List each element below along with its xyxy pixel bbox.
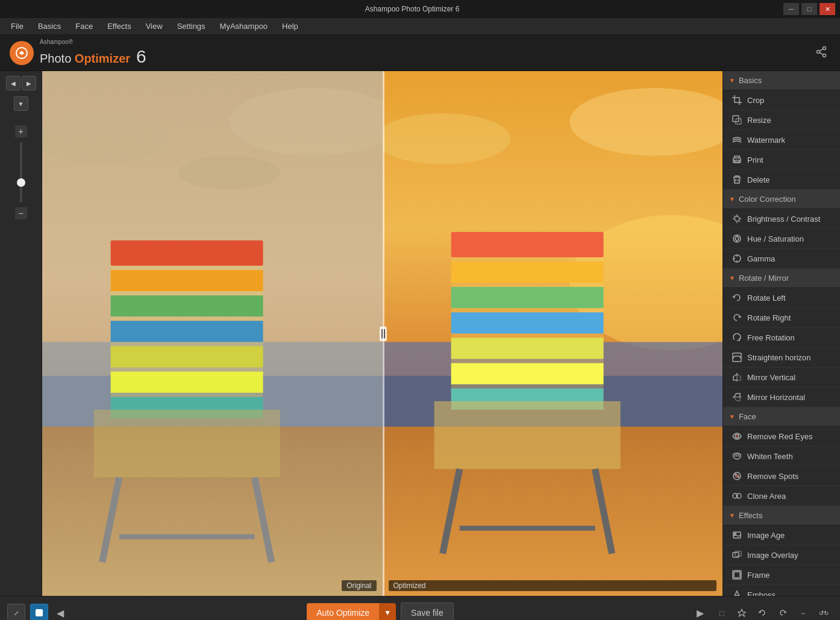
item-frame[interactable]: Frame <box>723 565 840 585</box>
version-number: 6 <box>136 46 146 67</box>
zoom-out-button[interactable]: − <box>15 207 27 219</box>
nav-right-button[interactable]: ▶ <box>22 76 36 90</box>
star-button[interactable] <box>733 604 751 620</box>
section-color-correction[interactable]: ▼ Color Correction <box>723 190 840 209</box>
auto-optimize-button[interactable]: Auto Optimize <box>307 603 379 620</box>
svg-point-58 <box>735 237 739 240</box>
item-mirror-vertical[interactable]: Mirror Vertical <box>723 368 840 387</box>
svg-rect-18 <box>111 346 263 368</box>
brightness-label: Brightness / Contrast <box>747 214 820 224</box>
product-photo: Photo <box>40 52 71 65</box>
svg-rect-36 <box>451 312 603 333</box>
spots-icon <box>732 471 742 481</box>
section-face[interactable]: ▼ Face <box>723 407 840 427</box>
compare-button[interactable]: ↔ <box>794 604 812 620</box>
item-remove-red-eyes[interactable]: Remove Red Eyes <box>723 427 840 446</box>
red-eye-icon <box>732 431 742 442</box>
menu-settings[interactable]: Settings <box>171 19 212 33</box>
select-tool-button[interactable]: ⬚ <box>712 604 730 620</box>
menu-file[interactable]: File <box>5 19 30 33</box>
split-handle[interactable] <box>380 327 387 341</box>
expand-button[interactable]: ⤢ <box>7 604 25 620</box>
svg-line-5 <box>820 52 823 55</box>
item-gamma[interactable]: Gamma <box>723 249 840 269</box>
photo-optimized: Optimized <box>383 71 723 596</box>
svg-rect-21 <box>94 410 280 477</box>
item-brightness-contrast[interactable]: Brightness / Contrast <box>723 209 840 229</box>
item-whiten-teeth[interactable]: Whiten Teeth <box>723 446 840 466</box>
menu-view[interactable]: View <box>140 19 169 33</box>
item-remove-spots[interactable]: Remove Spots <box>723 466 840 486</box>
zoom-slider[interactable] <box>20 142 22 202</box>
auto-optimize-dropdown[interactable]: ▼ <box>379 603 396 620</box>
svg-rect-17 <box>111 321 263 342</box>
prev-photo-button[interactable]: ◀ <box>53 604 67 620</box>
extra-button[interactable]: ↺↻ <box>815 604 833 620</box>
section-basics[interactable]: ▼ Basics <box>723 71 840 90</box>
print-icon <box>732 154 742 165</box>
flag-button[interactable] <box>30 604 48 620</box>
spots-label: Remove Spots <box>747 472 798 481</box>
item-image-age[interactable]: Image Age <box>723 525 840 545</box>
menu-face[interactable]: Face <box>69 19 99 33</box>
maximize-button[interactable]: □ <box>801 3 817 15</box>
nav-left-button[interactable]: ◀ <box>6 76 20 90</box>
section-face-label: Face <box>739 412 756 421</box>
right-panel: ▼ Basics Crop R <box>722 71 840 596</box>
zoom-thumb[interactable] <box>17 178 25 187</box>
nav-down-button[interactable]: ▼ <box>14 96 28 111</box>
item-hue-saturation[interactable]: Hue / Saturation <box>723 229 840 249</box>
overlay-label: Image Overlay <box>747 551 798 560</box>
svg-point-50 <box>735 216 739 221</box>
face-items: Remove Red Eyes Whiten Teeth <box>723 427 840 506</box>
header-right <box>812 44 830 62</box>
item-clone-area[interactable]: Clone Area <box>723 486 840 506</box>
redo-button[interactable] <box>774 604 792 620</box>
svg-rect-40 <box>434 401 620 469</box>
save-file-button[interactable]: Save file <box>401 603 454 620</box>
next-photo-button[interactable]: ▶ <box>693 604 707 620</box>
undo-button[interactable] <box>753 604 771 620</box>
item-crop[interactable]: Crop <box>723 90 840 110</box>
item-rotate-left[interactable]: Rotate Left <box>723 288 840 308</box>
watermark-label: Watermark <box>747 136 785 145</box>
share-button[interactable] <box>812 44 830 62</box>
rotate-left-label: Rotate Left <box>747 293 786 302</box>
menu-effects[interactable]: Effects <box>101 19 137 33</box>
item-watermark[interactable]: Watermark <box>723 130 840 150</box>
minimize-button[interactable]: ─ <box>783 3 799 15</box>
zoom-in-button[interactable]: + <box>15 125 27 137</box>
item-rotate-right[interactable]: Rotate Right <box>723 308 840 328</box>
collapse-effects-icon: ▼ <box>729 512 735 519</box>
svg-point-2 <box>823 54 826 57</box>
item-straighten-horizon[interactable]: Straighten horizon <box>723 348 840 368</box>
split-divider[interactable] <box>383 71 384 596</box>
close-button[interactable]: ✕ <box>820 3 835 15</box>
rotate-left-icon <box>732 292 742 303</box>
photo-area: Original <box>42 71 722 596</box>
section-basics-label: Basics <box>739 76 762 85</box>
section-rotate[interactable]: ▼ Rotate / Mirror <box>723 269 840 288</box>
menu-help[interactable]: Help <box>276 19 304 33</box>
overlay-icon <box>732 550 742 560</box>
item-emboss[interactable]: Emboss <box>723 585 840 596</box>
item-resize[interactable]: Resize <box>723 110 840 130</box>
svg-rect-47 <box>735 160 739 162</box>
print-label: Print <box>747 155 763 164</box>
item-image-overlay[interactable]: Image Overlay <box>723 545 840 565</box>
item-free-rotation[interactable]: Free Rotation <box>723 328 840 348</box>
item-mirror-horizontal[interactable]: Mirror Horizontal <box>723 387 840 407</box>
item-delete[interactable]: Delete <box>723 170 840 190</box>
svg-rect-34 <box>451 261 603 283</box>
color-items: Brightness / Contrast Hue / Saturation <box>723 209 840 269</box>
item-print[interactable]: Print <box>723 150 840 170</box>
section-color-label: Color Correction <box>739 195 796 204</box>
crop-label: Crop <box>747 96 764 105</box>
menu-basics[interactable]: Basics <box>32 19 67 33</box>
watermark-icon <box>732 134 742 145</box>
menu-myashampoo[interactable]: MyAshampoo <box>214 19 274 33</box>
delete-label: Delete <box>747 175 770 184</box>
image-age-icon <box>732 530 742 540</box>
section-effects[interactable]: ▼ Effects <box>723 506 840 525</box>
svg-marker-91 <box>738 609 746 616</box>
